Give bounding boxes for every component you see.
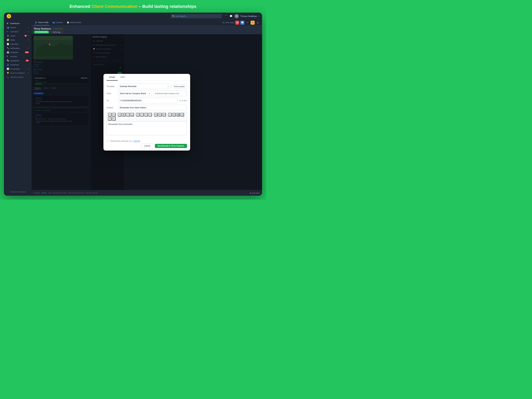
- subject-input[interactable]: [118, 105, 187, 110]
- minimize-sidebar-button[interactable]: ← ← Minimize the sidebar: [4, 190, 32, 194]
- undo-button[interactable]: ↩: [108, 113, 112, 116]
- sms-action-button[interactable]: 💬: [240, 21, 244, 25]
- pdf-link[interactable]: PDF file: [133, 140, 140, 142]
- client-tag-add[interactable]: + Write tag...: [50, 31, 63, 33]
- tab-contacts[interactable]: 👥 Contacts: [52, 20, 64, 25]
- leads-arrow: ▾: [28, 35, 29, 37]
- user-dropdown-arrow[interactable]: ▾: [259, 15, 259, 17]
- from-label: From: [107, 92, 116, 95]
- contacts-tab-label: Contacts: [56, 21, 63, 23]
- edit-action-button[interactable]: ✏: [246, 21, 249, 25]
- client-name: Terry Guiness: [34, 27, 51, 30]
- sidebar-item-schedule[interactable]: 📅 Schedule 176: [5, 50, 31, 54]
- app-container: ✦ 🔍 Live Search... 📱 💬 TH Thomas Healtho…: [4, 13, 262, 196]
- code-button[interactable]: <>: [112, 117, 116, 120]
- from-value: Send mail as Company Brand: [120, 92, 149, 95]
- client-tag-construction[interactable]: ✕ Construction: [34, 31, 49, 33]
- italic-button[interactable]: I: [126, 113, 130, 116]
- from-row: From Send mail as Company Brand ▾: [107, 91, 187, 96]
- from-select[interactable]: Send mail as Company Brand ▾: [118, 91, 152, 96]
- sidebar-item-contracts[interactable]: ✏ Contracts ▾: [5, 30, 31, 34]
- leads-badge: 5: [25, 35, 27, 37]
- sidebar-item-clients[interactable]: 👥 Clients ▾: [5, 25, 31, 30]
- pdf-checkbox[interactable]: [107, 140, 109, 142]
- modal-tabs: Email SMS: [103, 74, 190, 81]
- bold-button[interactable]: B: [122, 113, 126, 116]
- mobile-icon[interactable]: 📱: [224, 14, 228, 18]
- sidebar-item-contacts[interactable]: 📞 Important Contacts: [5, 75, 31, 79]
- headline-highlight: Client Communication: [91, 4, 137, 9]
- text-type-button[interactable]: T↕: [118, 113, 121, 116]
- content-area: 👤 Client Profile 👥 Contacts 📋 Billing De…: [32, 20, 262, 196]
- accounting-arrow: ▾: [28, 68, 29, 70]
- search-bar[interactable]: 🔍 Live Search...: [171, 14, 222, 18]
- sidebar-label-leads: Leads: [10, 35, 23, 37]
- edit-template-button[interactable]: Edit template: [172, 84, 187, 89]
- headline: Enhanced Client Communication – Build la…: [70, 4, 196, 9]
- add-notes-link[interactable]: 🔖 Add notes: [250, 192, 260, 194]
- bottom-total-with-tax: Total with TEN: $27.50: [68, 192, 84, 194]
- indent-button[interactable]: ≡≡: [162, 113, 166, 116]
- sidebar-item-leads[interactable]: 👤 Leads 5 ▾: [5, 34, 31, 38]
- workorders-icon: 🔧: [7, 47, 9, 49]
- invoices-icon: $: [7, 55, 9, 57]
- redo-button[interactable]: ↪: [112, 113, 116, 116]
- sidebar-item-accounting[interactable]: 📊 Accounting ▾: [5, 67, 31, 71]
- toolbar-sep-4: [167, 113, 167, 116]
- toolbar-sep-2: [135, 113, 135, 116]
- search-placeholder: Live Search...: [175, 15, 187, 17]
- sidebar-item-workorders[interactable]: 🔧 Workorders ▾: [5, 46, 31, 50]
- sidebar-label-contracts: Contracts: [10, 31, 27, 33]
- link-button[interactable]: 🔗: [180, 113, 184, 116]
- from-email-input[interactable]: [153, 91, 187, 96]
- clear-format-button[interactable]: ✕: [108, 117, 112, 120]
- cc-bcc-button[interactable]: Cc & Bcc: [179, 100, 187, 102]
- align-justify-button[interactable]: ≡: [148, 113, 152, 116]
- sidebar-label-estimates: Estimates: [10, 43, 29, 45]
- underline-button[interactable]: A: [130, 113, 134, 116]
- sidebar-item-invoices[interactable]: $ Invoices: [5, 54, 31, 58]
- table-button[interactable]: ⊞: [172, 113, 176, 116]
- tab-billing[interactable]: 📋 Billing Details: [66, 20, 82, 25]
- delete-action-button[interactable]: 🗑: [256, 21, 260, 25]
- tab-client-profile[interactable]: 👤 Client Profile: [34, 20, 49, 25]
- list-button[interactable]: ≡≡: [154, 113, 158, 116]
- sidebar-label-personnel: Personnel: [10, 64, 29, 66]
- sidebar-label-equipment: Equipment: [10, 59, 25, 62]
- sidebar-item-equipment[interactable]: 🔩 Equipment 75: [5, 58, 31, 63]
- chat-icon[interactable]: 💬: [229, 14, 233, 18]
- modal-tab-sms[interactable]: SMS: [118, 74, 128, 81]
- sidebar-label-bi: Business Intelligence: [10, 72, 27, 74]
- email-action-button[interactable]: ✉: [235, 21, 239, 25]
- sidebar-item-tasks[interactable]: ✅ Tasks ▾: [5, 38, 31, 42]
- contacts-icon: 📞: [7, 76, 9, 78]
- equipment-badge: 75: [26, 60, 29, 62]
- sidebar-item-estimates[interactable]: 📄 Estimates: [5, 42, 31, 46]
- toolbar-sep-1: [117, 113, 117, 116]
- sidebar-item-personnel[interactable]: 👤 Personnel: [5, 63, 31, 67]
- email-editor[interactable]: Remainder from someclient: [107, 121, 187, 135]
- contracts-arrow: ▾: [28, 31, 29, 32]
- ordered-list-button[interactable]: ≡≡: [158, 113, 162, 116]
- estimates-icon: 📄: [7, 43, 9, 45]
- to-email-remove[interactable]: ✕: [120, 100, 122, 101]
- image-button[interactable]: 🖼: [176, 113, 180, 116]
- username: Thomas Healthope: [240, 15, 257, 17]
- minimize-arrow-icon: ←: [6, 191, 8, 193]
- app-logo[interactable]: ✦: [7, 14, 11, 18]
- cancel-button[interactable]: Cancel: [141, 144, 153, 148]
- send-email-button[interactable]: Send Email to Terry Guiness: [155, 144, 187, 148]
- modal-tab-email[interactable]: Email: [107, 74, 118, 81]
- template-select[interactable]: Estimate Reminder ▾ Estimate Reminder: [118, 83, 170, 89]
- emoji-button[interactable]: ☺: [168, 113, 172, 116]
- align-right-button[interactable]: ≡: [144, 113, 148, 116]
- sidebar-label-accounting: Accounting: [10, 68, 27, 70]
- sidebar-label-invoices: Invoices: [10, 55, 29, 57]
- sidebar-label-dashboard: Dashboard: [10, 22, 29, 25]
- sidebar-item-dashboard[interactable]: ⊞ Dashboard: [5, 21, 31, 25]
- user-avatar[interactable]: TH: [234, 14, 239, 18]
- align-left-button[interactable]: ≡: [136, 113, 139, 116]
- sidebar-item-bi[interactable]: 💡 Business Intelligence ▾: [5, 71, 31, 75]
- align-center-button[interactable]: ≡: [140, 113, 144, 116]
- bookmark-action-button[interactable]: 🔖: [251, 21, 254, 25]
